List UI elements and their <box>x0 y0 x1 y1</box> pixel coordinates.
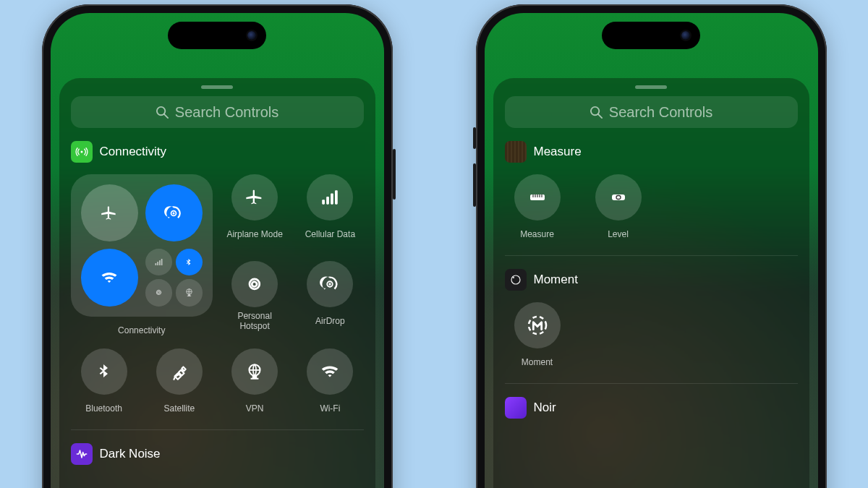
section-connectivity: Connectivity <box>71 141 364 430</box>
cellular-mini-toggle[interactable] <box>145 249 172 275</box>
section-title: Noir <box>534 401 556 415</box>
section-noir: Noir <box>505 397 798 440</box>
section-header: Noir <box>505 397 798 419</box>
cluster-label: Connectivity <box>118 321 165 341</box>
tile-satellite[interactable]: Satellite <box>146 348 213 419</box>
svg-point-22 <box>512 277 514 278</box>
airdrop-icon <box>164 204 183 223</box>
dynamic-island <box>602 22 700 49</box>
darknoise-icon <box>71 443 93 465</box>
tile-level[interactable]: Level <box>586 174 651 245</box>
tile-label: Satellite <box>164 399 195 419</box>
search-placeholder: Search Controls <box>175 104 278 121</box>
vpn-globe-icon <box>245 362 264 381</box>
tile-label: Wi-Fi <box>320 399 340 419</box>
tile-airplane-mode[interactable]: Airplane Mode <box>221 174 288 254</box>
svg-point-21 <box>511 275 520 284</box>
tile-label: Bluetooth <box>85 399 122 419</box>
tile-label: Level <box>608 225 629 245</box>
section-title: Measure <box>534 145 582 159</box>
moment-m-icon <box>525 313 550 338</box>
search-input[interactable]: Search Controls <box>505 96 798 128</box>
tile-cellular-data[interactable]: Cellular Data <box>297 174 363 254</box>
airplane-icon <box>100 204 119 223</box>
hotspot-icon <box>154 288 163 297</box>
tile-label: Cellular Data <box>305 225 355 245</box>
moment-app-icon <box>505 269 527 291</box>
vpn-mini-toggle[interactable] <box>176 279 203 306</box>
camera-lens <box>681 31 690 40</box>
section-header: Measure <box>505 141 798 163</box>
connectivity-mini-grid <box>145 249 203 306</box>
section-dark-noise: Dark Noise <box>71 443 364 487</box>
bluetooth-mini-toggle[interactable] <box>176 249 203 275</box>
moment-grid: Moment <box>505 302 798 373</box>
vpn-globe-icon <box>184 288 194 297</box>
tile-label: Moment <box>522 353 553 373</box>
dynamic-island <box>168 22 266 49</box>
sheet-grabber[interactable] <box>201 85 233 89</box>
cellular-bars-icon <box>320 189 340 206</box>
tile-label: Airplane Mode <box>226 225 282 245</box>
tile-label: Measure <box>520 225 554 245</box>
noir-app-icon <box>505 397 527 419</box>
sheet-grabber[interactable] <box>635 85 667 89</box>
measure-grid: Measure Level <box>505 174 798 245</box>
tile-label: AirDrop <box>315 312 345 332</box>
search-input[interactable]: Search Controls <box>71 96 364 128</box>
tile-personal-hotspot[interactable]: Personal Hotspot <box>221 261 288 341</box>
cellular-bars-icon <box>154 257 163 267</box>
connectivity-cluster <box>71 174 213 317</box>
section-header: Moment <box>505 269 798 291</box>
connectivity-cluster-tile[interactable]: Connectivity <box>71 174 213 341</box>
measure-app-icon <box>505 141 527 163</box>
airdrop-icon <box>320 274 340 294</box>
section-title: Connectivity <box>100 145 167 159</box>
antenna-icon <box>71 141 93 163</box>
connectivity-grid: Connectivity Airplane Mode Cellular Data… <box>71 174 364 419</box>
tile-bluetooth[interactable]: Bluetooth <box>71 348 137 419</box>
phone-mockup-left: Search Controls Connectivity <box>42 4 393 488</box>
screen: Search Controls Connectivity <box>51 13 384 488</box>
tile-wifi[interactable]: Wi-Fi <box>297 348 363 419</box>
bluetooth-icon <box>95 363 113 380</box>
section-header: Connectivity <box>71 141 364 163</box>
phone-mockup-right: Search Controls Measure Measure Level <box>476 4 827 488</box>
level-icon <box>607 189 630 206</box>
tile-moment[interactable]: Moment <box>505 302 570 373</box>
camera-lens <box>247 31 256 40</box>
section-moment: Moment Moment <box>505 269 798 384</box>
tile-measure[interactable]: Measure <box>505 174 570 245</box>
bluetooth-icon <box>184 258 193 267</box>
section-header: Dark Noise <box>71 443 364 465</box>
screen: Search Controls Measure Measure Level <box>485 13 818 488</box>
tile-vpn[interactable]: VPN <box>221 348 288 419</box>
search-icon <box>156 106 169 119</box>
hotspot-mini-toggle[interactable] <box>145 279 172 306</box>
controls-sheet: Search Controls Connectivity <box>59 78 375 488</box>
airdrop-toggle[interactable] <box>145 184 203 241</box>
airplane-mode-toggle[interactable] <box>81 184 138 241</box>
section-title: Dark Noise <box>100 447 161 461</box>
airplane-icon <box>244 187 265 207</box>
satellite-icon <box>170 362 189 381</box>
search-placeholder: Search Controls <box>609 104 712 121</box>
search-icon <box>590 106 603 119</box>
tile-label: VPN <box>246 399 264 419</box>
tile-label: Personal Hotspot <box>237 312 271 332</box>
hotspot-icon <box>244 273 265 295</box>
wifi-icon <box>99 267 119 288</box>
wifi-toggle[interactable] <box>81 249 138 306</box>
wifi-icon <box>319 361 341 382</box>
section-title: Moment <box>534 273 578 287</box>
ruler-icon <box>525 189 550 206</box>
tile-airdrop[interactable]: AirDrop <box>297 261 363 341</box>
controls-sheet: Search Controls Measure Measure Level <box>493 78 809 488</box>
section-measure: Measure Measure Level <box>505 141 798 256</box>
